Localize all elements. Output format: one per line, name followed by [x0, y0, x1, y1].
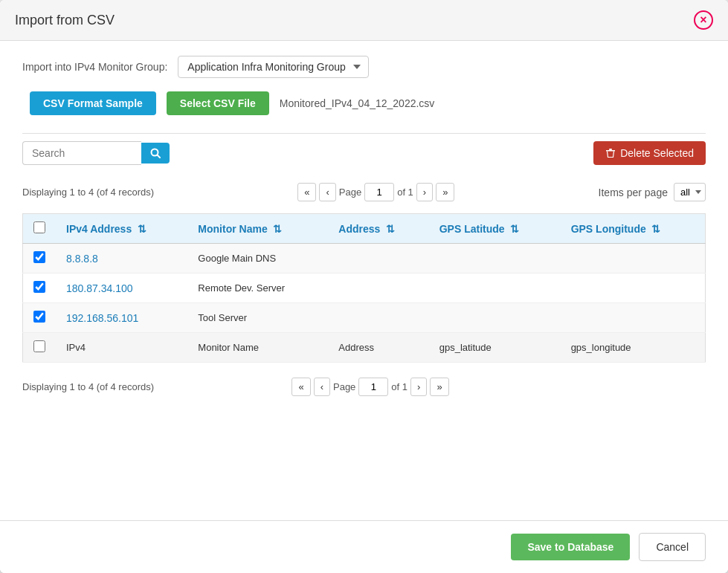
bottom-page-label: Page: [333, 381, 355, 392]
col-address: Address ⇅: [328, 214, 428, 244]
save-to-database-button[interactable]: Save to Database: [511, 534, 630, 560]
col-address-sort-icon[interactable]: ⇅: [386, 223, 395, 235]
csv-format-sample-button[interactable]: CSV Format Sample: [30, 91, 156, 115]
row-checkbox-cell: [23, 244, 57, 273]
cell-ipv4: IPv4: [56, 333, 187, 363]
bottom-page-of-label: of 1: [391, 381, 408, 392]
cell-gps_lon: [561, 244, 706, 273]
items-per-page-select[interactable]: all 10 25 50: [674, 183, 706, 201]
col-gps-lat: GPS Latitude ⇅: [429, 214, 561, 244]
col-monitor-name: Monitor Name ⇅: [187, 214, 328, 244]
top-pagination-row: Displaying 1 to 4 (of 4 records) « ‹ Pag…: [22, 178, 706, 206]
cell-gps_lon: [561, 273, 706, 303]
cell-monitor_name: Tool Server: [187, 303, 328, 333]
import-label: Import into IPv4 Monitor Group:: [22, 61, 167, 73]
bottom-last-page-button[interactable]: »: [430, 378, 448, 396]
table-row: IPv4Monitor NameAddressgps_latitudegps_l…: [23, 333, 706, 363]
cell-address: [328, 303, 428, 333]
cell-monitor_name: Google Main DNS: [187, 244, 328, 273]
search-button[interactable]: [141, 143, 170, 164]
delete-selected-button[interactable]: Delete Selected: [593, 141, 706, 165]
table-row: 180.87.34.100Remote Dev. Server: [23, 273, 706, 303]
table-header: IPv4 Address ⇅ Monitor Name ⇅ Address ⇅ …: [23, 214, 706, 244]
modal-header: Import from CSV ×: [0, 0, 728, 41]
table-row: 192.168.56.101Tool Server: [23, 303, 706, 333]
page-of-label: of 1: [397, 187, 413, 198]
svg-rect-2: [606, 150, 615, 152]
bottom-prev-page-button[interactable]: ‹: [314, 378, 330, 396]
row-checkbox-cell: [23, 333, 57, 363]
page-number-input[interactable]: [364, 183, 394, 201]
cell-ipv4: 192.168.56.101: [56, 303, 187, 333]
ipv4-link[interactable]: 192.168.56.101: [66, 312, 138, 324]
bottom-first-page-button[interactable]: «: [291, 378, 310, 396]
cell-address: Address: [328, 333, 428, 363]
search-input[interactable]: [22, 141, 141, 165]
bottom-pagination-controls: « ‹ Page of 1 › »: [291, 378, 448, 396]
cell-address: [328, 244, 428, 273]
cell-ipv4: 180.87.34.100: [56, 273, 187, 303]
cell-gps_lon: gps_longitude: [561, 333, 706, 363]
search-icon: [150, 148, 161, 158]
col-ipv4: IPv4 Address ⇅: [56, 214, 187, 244]
cell-monitor_name: Remote Dev. Server: [187, 273, 328, 303]
row-select-checkbox[interactable]: [33, 311, 45, 323]
col-ipv4-label: IPv4 Address: [66, 223, 132, 235]
ipv4-link[interactable]: 8.8.8.8: [66, 253, 98, 265]
data-table: IPv4 Address ⇅ Monitor Name ⇅ Address ⇅ …: [22, 213, 706, 363]
csv-filename: Monitored_IPv4_04_12_2022.csv: [280, 97, 435, 109]
modal-title: Import from CSV: [15, 13, 115, 28]
display-info-top: Displaying 1 to 4 (of 4 records): [22, 187, 154, 198]
col-gps-lon: GPS Longitude ⇅: [561, 214, 706, 244]
col-gps-lat-label: GPS Latitude: [439, 223, 505, 235]
cell-monitor_name: Monitor Name: [187, 333, 328, 363]
col-gps-lat-sort-icon[interactable]: ⇅: [510, 223, 519, 235]
col-ipv4-sort-icon[interactable]: ⇅: [138, 223, 146, 235]
row-select-checkbox[interactable]: [33, 251, 45, 263]
row-checkbox-cell: [23, 303, 57, 333]
col-gps-lon-label: GPS Longitude: [571, 223, 646, 235]
search-group: [22, 141, 170, 165]
bottom-page-number-input[interactable]: [358, 378, 388, 396]
cell-gps_lat: gps_latitude: [429, 333, 561, 363]
col-gps-lon-sort-icon[interactable]: ⇅: [651, 223, 660, 235]
cell-gps_lon: [561, 303, 706, 333]
row-select-checkbox[interactable]: [33, 340, 45, 352]
header-row: IPv4 Address ⇅ Monitor Name ⇅ Address ⇅ …: [23, 214, 706, 244]
trash-icon: [605, 148, 616, 158]
import-csv-modal: Import from CSV × Import into IPv4 Monit…: [0, 0, 728, 573]
prev-page-button[interactable]: ‹: [319, 183, 335, 201]
csv-buttons-row: CSV Format Sample Select CSV File Monito…: [22, 91, 706, 115]
svg-line-1: [158, 155, 161, 158]
search-delete-row: Delete Selected: [22, 141, 706, 165]
close-button[interactable]: ×: [694, 10, 713, 30]
modal-footer: Save to Database Cancel: [0, 520, 728, 573]
col-address-label: Address: [338, 223, 380, 235]
select-all-checkbox[interactable]: [33, 221, 45, 233]
cell-gps_lat: [429, 273, 561, 303]
col-monitor-name-label: Monitor Name: [198, 223, 267, 235]
top-pagination-controls: « ‹ Page of 1 › »: [297, 183, 454, 201]
cancel-button[interactable]: Cancel: [639, 533, 706, 561]
last-page-button[interactable]: »: [436, 183, 454, 201]
select-csv-file-button[interactable]: Select CSV File: [167, 91, 269, 115]
col-monitor-name-sort-icon[interactable]: ⇅: [273, 223, 282, 235]
table-row: 8.8.8.8Google Main DNS: [23, 244, 706, 273]
ipv4-link[interactable]: 180.87.34.100: [66, 282, 133, 294]
bottom-next-page-button[interactable]: ›: [410, 378, 427, 396]
cell-gps_lat: [429, 244, 561, 273]
monitor-group-select[interactable]: Application Infra Monitoring Group: [178, 56, 369, 78]
display-info-bottom: Displaying 1 to 4 (of 4 records): [22, 381, 154, 392]
table-body: 8.8.8.8Google Main DNS180.87.34.100Remot…: [23, 244, 706, 363]
row-select-checkbox[interactable]: [33, 281, 45, 293]
cell-ipv4: 8.8.8.8: [56, 244, 187, 273]
row-checkbox-cell: [23, 273, 57, 303]
cell-gps_lat: [429, 303, 561, 333]
select-all-cell: [23, 214, 57, 244]
first-page-button[interactable]: «: [297, 183, 316, 201]
divider-1: [22, 133, 706, 134]
next-page-button[interactable]: ›: [416, 183, 433, 201]
delete-selected-label: Delete Selected: [620, 147, 694, 159]
bottom-pagination-row: Displaying 1 to 4 (of 4 records) « ‹ Pag…: [22, 373, 706, 401]
svg-rect-3: [609, 149, 612, 150]
